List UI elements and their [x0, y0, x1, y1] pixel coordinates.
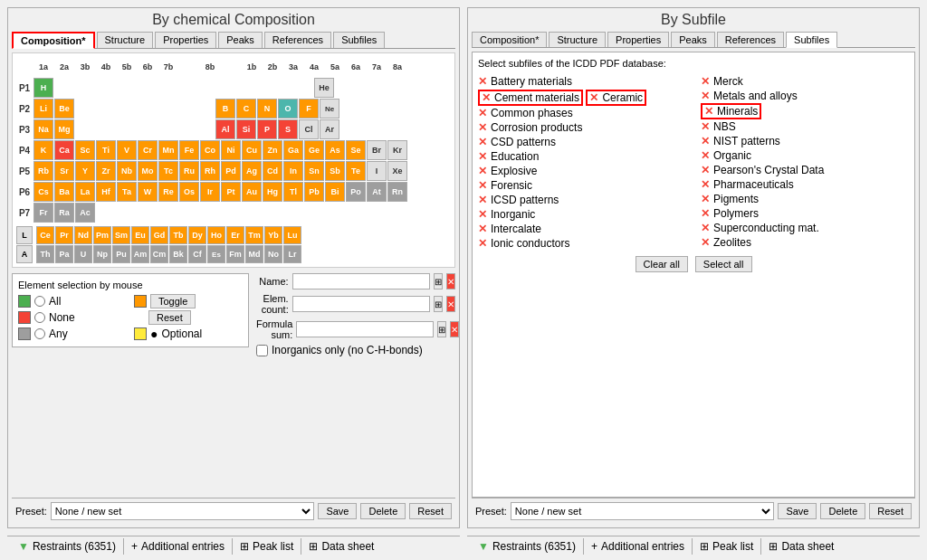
minerals-check-icon[interactable]: ✕	[704, 105, 713, 118]
nist-check-icon[interactable]: ✕	[701, 135, 710, 147]
element-Ni[interactable]: Ni	[221, 140, 241, 160]
merck-check-icon[interactable]: ✕	[701, 75, 710, 88]
element-B[interactable]: B	[215, 99, 235, 119]
radio-none[interactable]	[34, 312, 45, 323]
ceramic-check-icon[interactable]: ✕	[589, 91, 598, 104]
radio-any[interactable]	[34, 328, 45, 339]
element-Cl[interactable]: Cl	[299, 119, 319, 139]
element-I[interactable]: I	[367, 161, 387, 181]
element-Am[interactable]: Am	[131, 245, 149, 263]
element-Rh[interactable]: Rh	[200, 161, 220, 181]
element-La[interactable]: La	[75, 182, 95, 202]
right-restraints[interactable]: ▼ Restraints (6351)	[471, 538, 584, 555]
zeolites-check-icon[interactable]: ✕	[701, 236, 710, 249]
elem-count-clear-btn[interactable]: ✕	[446, 296, 455, 312]
element-Bk[interactable]: Bk	[169, 245, 187, 263]
inorganics-checkbox[interactable]	[256, 345, 268, 356]
reset-button[interactable]: Reset	[148, 310, 191, 325]
cement-check-icon[interactable]: ✕	[482, 91, 491, 104]
element-Ba[interactable]: Ba	[54, 182, 74, 202]
tab-subfiles-right[interactable]: Subfiles	[786, 32, 837, 48]
element-Tl[interactable]: Tl	[283, 182, 303, 202]
element-Co[interactable]: Co	[200, 140, 220, 160]
element-Y[interactable]: Y	[75, 161, 95, 181]
toggle-button[interactable]: Toggle	[150, 294, 196, 308]
element-Cu[interactable]: Cu	[242, 140, 262, 160]
element-Hf[interactable]: Hf	[96, 182, 116, 202]
element-Pr[interactable]: Pr	[55, 226, 73, 244]
element-Br[interactable]: Br	[367, 140, 387, 160]
tab-references-left[interactable]: References	[264, 32, 331, 48]
element-Zn[interactable]: Zn	[263, 140, 282, 160]
element-Np[interactable]: Np	[93, 245, 111, 263]
element-Tm[interactable]: Tm	[245, 226, 263, 244]
element-Bi[interactable]: Bi	[325, 182, 345, 202]
element-Ir[interactable]: Ir	[200, 182, 220, 202]
explosive-check-icon[interactable]: ✕	[478, 165, 487, 177]
clear-all-btn[interactable]: Clear all	[636, 256, 688, 272]
element-Li[interactable]: Li	[33, 99, 53, 119]
elem-count-browse-btn[interactable]: ⊞	[434, 296, 443, 312]
element-Sm[interactable]: Sm	[112, 226, 130, 244]
organic-check-icon[interactable]: ✕	[701, 149, 710, 162]
element-Hg[interactable]: Hg	[263, 182, 282, 202]
ionic-check-icon[interactable]: ✕	[478, 237, 487, 250]
tab-structure-left[interactable]: Structure	[97, 32, 154, 48]
element-K[interactable]: K	[33, 140, 53, 160]
right-additional-entries[interactable]: + Additional entries	[584, 538, 693, 555]
element-Pm[interactable]: Pm	[93, 226, 111, 244]
element-Se[interactable]: Se	[346, 140, 366, 160]
element-Si[interactable]: Si	[236, 119, 256, 139]
element-Os[interactable]: Os	[179, 182, 199, 202]
element-Sc[interactable]: Sc	[75, 140, 95, 160]
left-preset-select[interactable]: None / new set	[51, 502, 315, 520]
left-data-sheet[interactable]: ⊞ Data sheet	[301, 538, 381, 555]
element-Ne[interactable]: Ne	[320, 99, 339, 119]
right-delete-btn[interactable]: Delete	[820, 503, 865, 519]
element-No[interactable]: No	[264, 245, 282, 263]
element-O[interactable]: O	[278, 99, 298, 119]
polymers-check-icon[interactable]: ✕	[701, 207, 710, 220]
radio-all[interactable]	[34, 296, 45, 307]
element-Cd[interactable]: Cd	[263, 161, 282, 181]
pharma-check-icon[interactable]: ✕	[701, 178, 710, 191]
icsd-check-icon[interactable]: ✕	[478, 194, 487, 206]
element-Nb[interactable]: Nb	[117, 161, 137, 181]
nbs-check-icon[interactable]: ✕	[701, 120, 710, 133]
tab-properties-right[interactable]: Properties	[607, 32, 669, 47]
element-Ta[interactable]: Ta	[117, 182, 137, 202]
element-Rb[interactable]: Rb	[33, 161, 53, 181]
element-Tc[interactable]: Tc	[158, 161, 178, 181]
element-In[interactable]: In	[283, 161, 303, 181]
element-Na[interactable]: Na	[33, 119, 53, 139]
battery-check-icon[interactable]: ✕	[478, 75, 487, 88]
element-He[interactable]: He	[314, 78, 334, 98]
element-F[interactable]: F	[299, 99, 319, 119]
forensic-check-icon[interactable]: ✕	[478, 179, 487, 192]
element-Fm[interactable]: Fm	[226, 245, 244, 263]
name-browse-btn[interactable]: ⊞	[434, 273, 443, 289]
element-Er[interactable]: Er	[226, 226, 244, 244]
supercon-check-icon[interactable]: ✕	[701, 222, 710, 234]
formula-sum-clear-btn[interactable]: ✕	[450, 321, 459, 337]
element-Fe[interactable]: Fe	[179, 140, 199, 160]
corrosion-check-icon[interactable]: ✕	[478, 121, 487, 134]
element-As[interactable]: As	[325, 140, 345, 160]
element-Lr[interactable]: Lr	[283, 245, 301, 263]
left-peak-list[interactable]: ⊞ Peak list	[233, 538, 301, 555]
tab-structure-right[interactable]: Structure	[549, 32, 606, 47]
element-Al[interactable]: Al	[215, 119, 235, 139]
select-all-btn[interactable]: Select all	[695, 256, 752, 272]
left-additional-entries[interactable]: + Additional entries	[124, 538, 233, 555]
element-Cf[interactable]: Cf	[188, 245, 206, 263]
csd-check-icon[interactable]: ✕	[478, 136, 487, 148]
element-V[interactable]: V	[117, 140, 137, 160]
element-Ga[interactable]: Ga	[283, 140, 303, 160]
element-H[interactable]: H	[33, 78, 53, 98]
element-Be[interactable]: Be	[54, 99, 74, 119]
elem-count-input[interactable]	[292, 296, 430, 312]
element-Mn[interactable]: Mn	[158, 140, 178, 160]
element-P[interactable]: P	[257, 119, 277, 139]
element-Pd[interactable]: Pd	[221, 161, 241, 181]
element-Lu[interactable]: Lu	[283, 226, 301, 244]
